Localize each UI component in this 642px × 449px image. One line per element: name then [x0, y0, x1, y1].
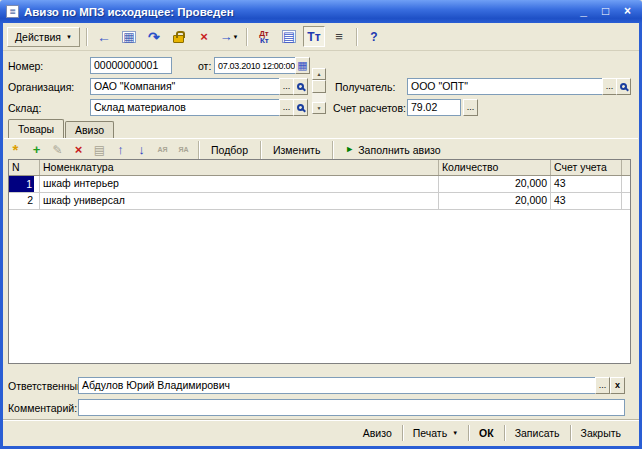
save-button[interactable]: Записать [505, 424, 570, 442]
toolbar-separator [86, 28, 87, 46]
warehouse-field[interactable]: Склад материалов [90, 99, 280, 116]
cancel-posting-button[interactable]: × [193, 26, 215, 47]
move-up-icon: ↑ [117, 142, 124, 157]
organization-ellipsis-button[interactable]: ... [279, 78, 294, 95]
sort-descending-button[interactable]: ЯА [174, 141, 193, 158]
reread-button[interactable]: ▦ [118, 26, 140, 47]
tab-goods-label: Товары [18, 123, 54, 135]
row-number-cell[interactable]: 1 [9, 176, 40, 192]
responsible-ellipsis-button[interactable]: ... [595, 377, 610, 394]
scrollbar-thumb[interactable] [312, 80, 326, 93]
back-button[interactable]: ← [93, 26, 115, 47]
nomenclature-cell[interactable]: шкаф интерьер [40, 176, 439, 192]
responsible-clear-button[interactable]: x [610, 377, 625, 394]
row-number-cell[interactable]: 2 [9, 193, 40, 209]
magnifier-icon [297, 104, 304, 111]
scroll-down-button[interactable]: ▼ [312, 102, 326, 114]
receiver-field[interactable]: ООО "ОПТ" [407, 78, 603, 95]
items-table[interactable]: N Номенклатура Количество Счет учета 1 ш… [8, 159, 631, 364]
date-field[interactable]: 07.03.2010 12:00:00 [214, 57, 296, 74]
organization-field[interactable]: ОАО "Компания" [90, 78, 280, 95]
close-window-button[interactable]: Закрыть [571, 424, 631, 442]
move-up-button[interactable]: ↑ [111, 141, 130, 158]
quantity-cell[interactable]: 20,000 [439, 176, 551, 192]
move-down-button[interactable]: ↓ [132, 141, 151, 158]
scroll-down-icon: ▼ [317, 105, 322, 111]
window-border-left [0, 23, 3, 449]
table-row[interactable]: 1 шкаф интерьер 20,000 43 [9, 176, 630, 193]
ellipsis-icon: ... [606, 82, 614, 91]
repost-button[interactable]: ↷ [143, 26, 165, 47]
settlement-account-field[interactable]: 79.02 [407, 99, 461, 116]
column-header-account[interactable]: Счет учета [551, 160, 622, 175]
settlement-account-ellipsis-button[interactable]: ... [463, 99, 478, 116]
save-button-label: Записать [515, 427, 560, 439]
change-button[interactable]: Изменить [266, 142, 327, 158]
ellipsis-icon: ... [283, 82, 291, 91]
tab-avizo-label: Авизо [75, 124, 104, 136]
form-scrollbar[interactable]: ▲ ▼ [312, 68, 326, 114]
create-based-on-icon: → [219, 29, 232, 44]
selected-cell[interactable]: 1 [9, 176, 34, 192]
edit-row-button[interactable]: ✎ [48, 141, 67, 158]
nomenclature-cell[interactable]: шкаф универсал [40, 193, 439, 209]
scroll-up-button[interactable]: ▲ [312, 68, 326, 80]
pick-button[interactable]: Подбор [204, 142, 255, 158]
move-down-icon: ↓ [138, 142, 145, 157]
receiver-open-button[interactable] [616, 78, 631, 95]
column-header-quantity[interactable]: Количество [439, 160, 551, 175]
tab-avizo[interactable]: Авизо [65, 121, 114, 138]
table-header-row[interactable]: N Номенклатура Количество Счет учета [9, 160, 630, 176]
sort-ascending-button[interactable]: АЯ [153, 141, 172, 158]
copy-row-button[interactable]: + [27, 141, 46, 158]
chevron-down-icon: ▼ [452, 430, 458, 436]
finish-edit-button[interactable]: ▤ [90, 141, 109, 158]
actions-menu-button[interactable]: Действия ▼ [7, 27, 80, 47]
warehouse-open-button[interactable] [293, 99, 308, 116]
create-based-on-button[interactable]: → ▼ [218, 26, 240, 47]
show-postings-button[interactable]: Дт Кт [253, 26, 275, 47]
kt-label: Кт [260, 37, 269, 44]
avizo-button[interactable]: Авизо [353, 424, 402, 442]
list-settings-button[interactable]: ≡ [328, 26, 350, 47]
responsible-field[interactable]: Абдулов Юрий Владимирович [78, 377, 596, 394]
help-button[interactable]: ? [363, 26, 385, 47]
title-bar[interactable]: ≣ Авизо по МПЗ исходящее: Проведен _ □ × [0, 0, 642, 23]
ellipsis-icon: ... [467, 103, 475, 112]
comment-label: Комментарий: [8, 402, 77, 414]
structure-button[interactable]: ▤ [278, 26, 300, 47]
description-button[interactable]: Тт [303, 26, 325, 47]
print-button[interactable]: Печать ▼ [403, 424, 468, 442]
organization-open-button[interactable] [293, 78, 308, 95]
quantity-cell[interactable]: 20,000 [439, 193, 551, 209]
fill-avizo-button[interactable]: ► Заполнить авизо [338, 142, 447, 158]
receiver-ellipsis-button[interactable]: ... [602, 78, 617, 95]
number-field[interactable]: 00000000001 [90, 57, 172, 74]
account-cell[interactable]: 43 [551, 176, 622, 192]
post-document-button[interactable] [168, 26, 190, 47]
table-row[interactable]: 2 шкаф универсал 20,000 43 [9, 193, 630, 210]
comment-field[interactable] [78, 399, 625, 416]
calendar-button[interactable]: ▦ [295, 57, 310, 74]
filler-cell [622, 176, 630, 192]
warehouse-ellipsis-button[interactable]: ... [279, 99, 294, 116]
delete-row-button[interactable]: × [69, 141, 88, 158]
sort-descending-icon: ЯА [178, 146, 188, 153]
play-icon: ► [345, 145, 354, 154]
lock-icon [173, 35, 184, 43]
back-icon: ← [97, 29, 111, 45]
add-row-button[interactable]: * [6, 141, 25, 158]
tab-goods[interactable]: Товары [8, 119, 64, 138]
chevron-down-icon: ▼ [232, 34, 238, 40]
toolbar-separator [332, 141, 333, 159]
ok-button[interactable]: ОК [469, 424, 504, 442]
minimize-button[interactable]: _ [575, 3, 592, 20]
account-cell[interactable]: 43 [551, 193, 622, 209]
column-header-n[interactable]: N [9, 160, 40, 175]
close-button[interactable]: × [619, 3, 636, 20]
magnifier-icon [297, 83, 304, 90]
maximize-button[interactable]: □ [597, 3, 614, 20]
cancel-posting-icon: × [200, 29, 208, 44]
column-header-nomenclature[interactable]: Номенклатура [40, 160, 439, 175]
avizo-button-label: Авизо [363, 427, 392, 439]
